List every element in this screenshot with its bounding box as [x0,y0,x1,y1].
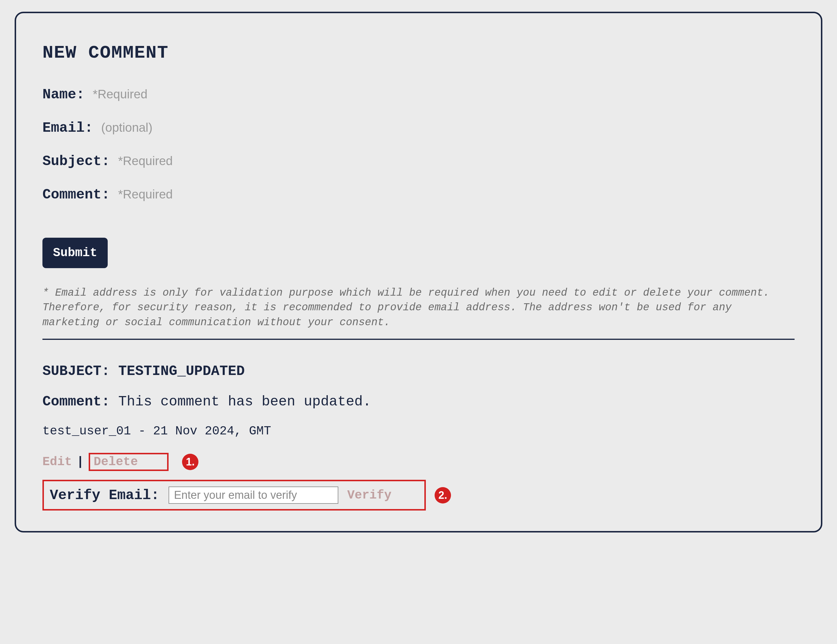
comment-panel: NEW COMMENT Name: *Required Email: (opti… [15,12,822,532]
post-subject-row: SUBJECT: TESTING_UPDATED [43,363,794,379]
verify-button[interactable]: Verify [347,488,391,502]
submit-button[interactable]: Submit [43,238,108,268]
post-subject-label: SUBJECT: [43,363,110,379]
subject-label: Subject: [43,153,110,169]
edit-link[interactable]: Edit [43,455,72,469]
post-date: 21 Nov 2024, GMT [153,424,271,438]
byline-separator: - [131,424,153,438]
callout-1: 1. [182,454,199,470]
verify-email-input[interactable] [169,486,338,504]
post-subject-value: TESTING_UPDATED [118,363,245,379]
post-byline: test_user_01 - 21 Nov 2024, GMT [43,424,794,438]
divider [43,339,794,340]
post-comment-row: Comment: This comment has been updated. [43,394,794,409]
page-title: NEW COMMENT [43,43,794,63]
footnote: * Email address is only for validation p… [43,286,794,330]
comment-hint: *Required [118,187,173,201]
verify-highlight-box: Verify Email: Verify [43,480,426,511]
name-label: Name: [43,87,85,102]
post-comment-body: This comment has been updated. [118,394,371,409]
verify-row-wrapper: Verify Email: Verify 2. [43,480,794,511]
email-hint: (optional) [101,121,153,135]
email-field-row: Email: (optional) [43,120,794,136]
post-author: test_user_01 [43,424,131,438]
email-label: Email: [43,120,93,136]
comment-field-row: Comment: *Required [43,187,794,202]
name-hint: *Required [93,87,148,101]
post-actions: Edit | Delete 1. [43,453,794,471]
subject-hint: *Required [118,154,173,168]
actions-separator: | [77,455,84,469]
post-comment-label: Comment: [43,394,110,409]
delete-link[interactable]: Delete [94,455,138,469]
verify-email-label: Verify Email: [50,487,159,503]
subject-field-row: Subject: *Required [43,153,794,169]
callout-2: 2. [435,487,451,503]
delete-highlight-box: Delete [89,453,169,471]
name-field-row: Name: *Required [43,87,794,102]
comment-label: Comment: [43,187,110,202]
